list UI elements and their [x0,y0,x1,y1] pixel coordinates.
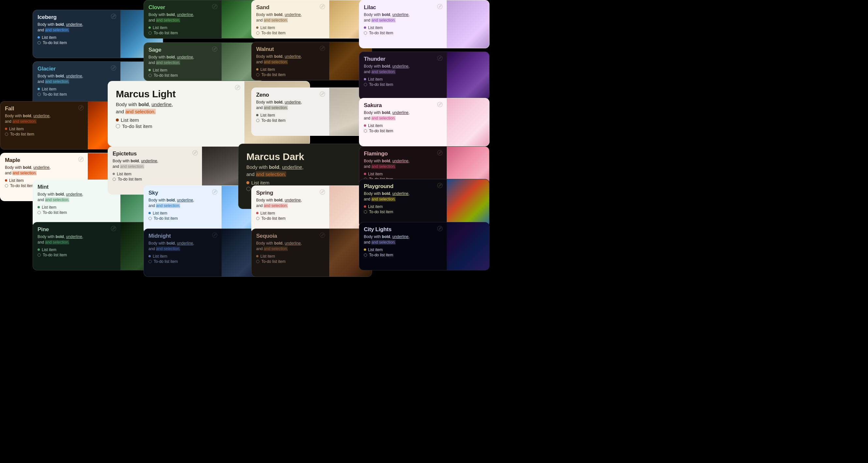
todo-item-epictetus: To-do list item [113,177,197,181]
todo-item-sequoia: To-do list item [256,259,325,264]
list-bullet-zeno [256,114,258,116]
card-thunder: Thunder Body with bold, underline,and an… [359,52,490,100]
edit-icon-glacier[interactable] [111,65,117,71]
edit-icon-sand[interactable] [319,4,326,10]
list-bullet-glacier [37,88,40,90]
edit-icon-sequoia[interactable] [319,232,326,239]
card-body-playground: Body with bold, underline,and and select… [364,191,442,202]
svg-point-5 [111,226,116,231]
svg-point-7 [212,47,217,52]
card-body-sakura: Body with bold, underline,and and select… [364,110,442,121]
list-item-spring: List item [256,211,325,215]
svg-point-14 [320,92,325,97]
card-body-clover: Body with bold, underline,and and select… [149,12,217,24]
card-body-sequoia: Body with bold, underline,and and select… [256,241,325,252]
list-item-thunder: List item [364,77,442,82]
todo-circle-spring [256,217,259,220]
edit-icon-thunder[interactable] [437,55,443,62]
list-item-clover: List item [149,26,217,30]
card-body-zeno: Body with bold, underline,and and select… [256,99,325,111]
svg-point-16 [320,190,325,195]
list-item-walnut: List item [256,67,325,72]
edit-icon-clover[interactable] [212,4,218,10]
list-bullet-maple [5,179,7,181]
todo-circle-marcus-dark [246,187,251,191]
edit-icon-midnight[interactable] [212,232,218,239]
list-bullet-sky [149,212,151,214]
card-image-lilac [447,0,489,48]
card-lilac: Lilac Body with bold, underline,and and … [359,0,490,48]
edit-icon-maple[interactable] [78,156,85,163]
card-body-fall: Body with bold, underline,and and select… [5,113,83,125]
edit-icon-pine[interactable] [111,226,117,232]
list-bullet-pine [37,249,40,251]
todo-circle-sage [149,74,152,77]
svg-point-11 [212,233,217,238]
svg-point-0 [111,14,116,19]
card-title-clover: Clover [149,4,217,11]
card-sakura: Sakura Body with bold, underline,and and… [359,98,490,146]
card-sand: Sand Body with bold, underline,and and s… [251,0,372,38]
card-content-iceberg: Iceberg Body with bold, underline,and an… [33,10,120,58]
svg-point-23 [438,226,442,231]
edit-icon-spring[interactable] [319,189,326,196]
card-title-sage: Sage [149,47,217,53]
todo-circle-playground [364,210,367,213]
card-content-city-lights: City Lights Body with bold, underline,an… [359,222,447,270]
card-image-city-lights [447,222,489,270]
todo-circle-pine [37,253,41,257]
edit-icon-epictetus[interactable] [192,150,199,156]
todo-circle-glacier [37,93,41,96]
edit-icon-lilac[interactable] [437,4,443,10]
card-body-marcus-dark: Body with bold, underline,and and select… [246,164,367,178]
todo-circle-midnight [149,260,152,263]
edit-icon-sage[interactable] [212,46,218,53]
list-item-sequoia: List item [256,254,325,259]
list-bullet-sage [149,69,151,71]
card-title-marcus-dark: Marcus Dark [246,151,367,162]
card-title-sequoia: Sequoia [256,233,325,239]
list-item-sky: List item [149,211,217,215]
card-content-lilac: Lilac Body with bold, underline,and and … [359,0,447,48]
card-title-marcus-light: Marcus Light [116,88,237,99]
edit-icon-fall[interactable] [78,105,85,111]
svg-point-2 [79,106,84,110]
card-title-midnight: Midnight [149,233,217,239]
card-content-clover: Clover Body with bold, underline,and and… [144,0,222,38]
list-item-marcus-dark: List item [246,180,367,185]
card-body-marcus-light: Body with bold, underline,and and select… [116,101,237,115]
todo-item-glacier: To-do list item [37,92,116,97]
card-body-thunder: Body with bold, underline,and and select… [364,64,442,75]
card-title-lilac: Lilac [364,4,442,11]
edit-icon-sakura[interactable] [437,102,443,108]
card-title-flamingo: Flamingo [364,150,442,157]
svg-point-9 [193,150,198,155]
edit-icon-playground[interactable] [437,182,443,189]
list-bullet-clover [149,26,151,29]
todo-circle-city-lights [364,253,367,257]
card-body-sand: Body with bold, underline,and and select… [256,12,325,24]
todo-item-zeno: To-do list item [256,118,325,123]
edit-icon-iceberg[interactable] [111,13,117,20]
edit-icon-marcus-light[interactable] [235,85,241,91]
card-title-fall: Fall [5,106,83,112]
todo-item-thunder: To-do list item [364,82,442,87]
card-content-sakura: Sakura Body with bold, underline,and and… [359,98,447,146]
card-content-pine: Pine Body with bold, underline,and and s… [33,222,120,270]
list-item-zeno: List item [256,113,325,118]
card-sage: Sage Body with bold, underline,and and s… [144,42,264,81]
todo-item-iceberg: To-do list item [37,40,116,45]
svg-point-8 [235,85,240,90]
list-item-epictetus: List item [113,172,197,176]
list-item-sand: List item [256,26,325,30]
svg-point-17 [320,233,325,238]
edit-icon-flamingo[interactable] [437,150,443,156]
list-item-mint: List item [37,205,116,210]
edit-icon-city-lights[interactable] [437,226,443,232]
svg-point-18 [438,4,442,9]
edit-icon-sky[interactable] [212,189,218,196]
card-content-midnight: Midnight Body with bold, underline,and a… [144,229,222,277]
edit-icon-walnut[interactable] [319,46,326,52]
edit-icon-zeno[interactable] [319,91,326,98]
todo-circle-fall [5,133,8,136]
